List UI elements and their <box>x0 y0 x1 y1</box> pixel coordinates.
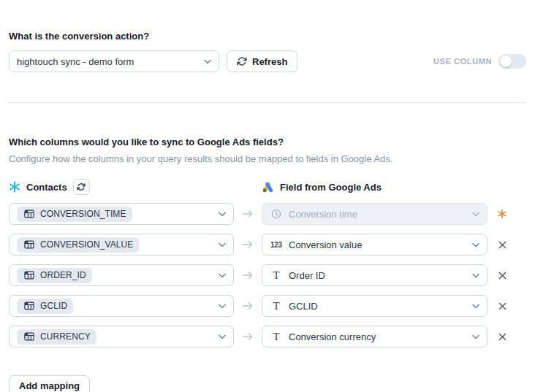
destination-header-label: Field from Google Ads <box>280 182 382 193</box>
chevron-down-icon <box>219 334 226 339</box>
mapping-section-subtitle: Configure how the columns in your query … <box>9 153 526 164</box>
source-column-name: GCLID <box>40 301 67 311</box>
mapping-row: CONVERSION_TIME Conversion time <box>9 203 526 225</box>
table-icon <box>23 210 36 218</box>
mapping-rows: CONVERSION_TIME Conversion time <box>9 203 526 347</box>
mapping-row: ORDER_ID T Order ID <box>9 264 526 286</box>
source-column-name: CURRENCY <box>40 331 91 342</box>
source-column-name: ORDER_ID <box>40 270 86 280</box>
text-icon: T <box>270 301 283 312</box>
use-column-toggle[interactable] <box>498 54 526 69</box>
destination-select[interactable]: T GCLID <box>262 295 487 317</box>
toggle-knob <box>500 55 512 67</box>
source-column-name: CONVERSION_VALUE <box>40 239 133 250</box>
destination-field-name: Conversion currency <box>289 331 376 342</box>
destination-field-name: Conversion time <box>289 209 357 220</box>
add-mapping-button[interactable]: Add mapping <box>9 375 90 392</box>
remove-mapping-button[interactable] <box>493 266 511 284</box>
close-icon <box>498 302 506 310</box>
source-column-badge: ORDER_ID <box>17 268 92 283</box>
text-icon: T <box>270 270 283 281</box>
use-column-label: USE COLUMN <box>433 57 492 66</box>
conversion-action-controls: hightouch sync - demo form Refresh USE C… <box>9 50 526 72</box>
source-column-select[interactable]: CONVERSION_TIME <box>9 203 234 225</box>
destination-select[interactable]: 123 Conversion value <box>262 234 487 255</box>
arrow-right-icon <box>234 301 262 310</box>
destination-field-name: GCLID <box>289 301 318 312</box>
chevron-down-icon <box>204 59 211 64</box>
required-asterisk <box>498 210 506 218</box>
close-icon <box>498 272 506 280</box>
number-icon: 123 <box>270 241 283 249</box>
source-column-header: Contacts <box>9 179 234 195</box>
destination-select[interactable]: T Order ID <box>262 264 487 286</box>
arrow-right-icon <box>234 240 262 249</box>
remove-mapping-button[interactable] <box>493 236 511 253</box>
section-divider <box>9 102 526 103</box>
google-ads-icon <box>262 182 274 193</box>
arrow-right-icon <box>234 271 262 280</box>
destination-column-header: Field from Google Ads <box>262 182 487 193</box>
clock-icon <box>270 209 283 219</box>
remove-mapping-button[interactable] <box>493 297 511 315</box>
source-column-select[interactable]: CONVERSION_VALUE <box>9 234 234 255</box>
chevron-down-icon <box>472 273 479 278</box>
arrow-right-icon <box>234 210 262 218</box>
refresh-columns-button[interactable] <box>73 179 90 195</box>
mapping-row: CONVERSION_VALUE 123 Conversion value <box>9 234 526 255</box>
source-column-badge: CURRENCY <box>17 329 96 345</box>
table-icon <box>23 332 36 341</box>
table-icon <box>23 240 36 249</box>
chevron-down-icon <box>472 304 479 309</box>
source-column-select[interactable]: ORDER_ID <box>9 264 234 286</box>
remove-mapping-button[interactable] <box>493 328 511 345</box>
destination-field-name: Conversion value <box>289 239 362 250</box>
source-column-select[interactable]: GCLID <box>9 295 234 317</box>
destination-select[interactable]: T Conversion currency <box>262 326 487 347</box>
source-header-label: Contacts <box>26 182 67 193</box>
add-mapping-label: Add mapping <box>19 380 80 391</box>
close-icon <box>498 241 506 249</box>
table-icon <box>23 301 36 310</box>
conversion-action-selected-value: hightouch sync - demo form <box>17 56 134 67</box>
use-column-control: USE COLUMN <box>433 54 526 69</box>
source-column-select[interactable]: CURRENCY <box>9 326 234 347</box>
text-icon: T <box>270 331 283 342</box>
refresh-icon <box>77 182 86 191</box>
chevron-down-icon <box>219 212 226 217</box>
source-column-badge: GCLID <box>17 299 73 314</box>
chevron-down-icon <box>219 242 226 247</box>
destination-field-name: Order ID <box>289 270 325 281</box>
chevron-down-icon <box>472 242 479 247</box>
source-column-badge: CONVERSION_VALUE <box>17 237 139 253</box>
source-column-name: CONVERSION_TIME <box>40 209 126 219</box>
arrow-right-icon <box>234 332 262 341</box>
chevron-down-icon <box>472 334 479 339</box>
mapping-row: GCLID T GCLID <box>9 295 526 317</box>
sync-config-panel: What is the conversion action? hightouch… <box>0 0 535 392</box>
mapping-row: CURRENCY T Conversion currency <box>9 326 526 347</box>
chevron-down-icon <box>219 273 226 278</box>
refresh-button[interactable]: Refresh <box>227 50 297 72</box>
conversion-action-select[interactable]: hightouch sync - demo form <box>9 50 219 72</box>
source-column-badge: CONVERSION_TIME <box>17 207 132 222</box>
close-icon <box>498 333 506 341</box>
chevron-down-icon <box>219 304 226 309</box>
refresh-icon <box>237 56 247 66</box>
destination-select[interactable]: Conversion time <box>262 203 487 225</box>
conversion-action-question: What is the conversion action? <box>9 0 526 42</box>
table-icon <box>23 271 36 280</box>
mapping-section-title: Which columns would you like to sync to … <box>9 137 526 147</box>
refresh-button-label: Refresh <box>252 56 287 67</box>
chevron-down-icon <box>472 212 479 217</box>
mapping-column-headers: Contacts Field from Google Ads <box>9 178 526 196</box>
snowflake-icon <box>9 181 20 193</box>
